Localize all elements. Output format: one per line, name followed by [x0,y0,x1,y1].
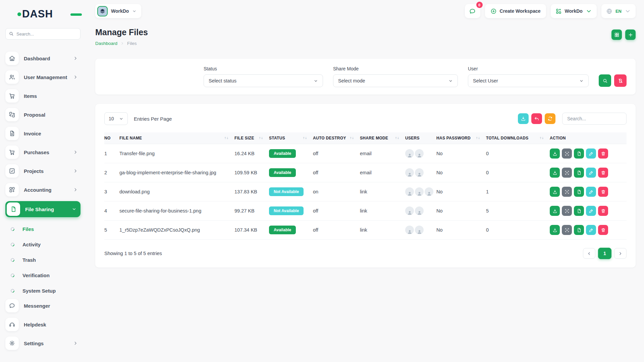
sidebar-item-accounting[interactable]: Accounting [5,182,80,197]
grid-view-button[interactable] [611,29,622,40]
sidebar-subitem-trash[interactable]: Trash [5,252,80,267]
sort-icon[interactable]: ↑↓ [539,136,544,140]
status-select[interactable]: Select status [204,74,323,87]
preview-qr-button[interactable] [562,148,572,159]
sort-icon[interactable]: ↑↓ [259,136,263,140]
chevron-down-icon [625,8,631,14]
page-1-button[interactable]: 1 [598,248,611,259]
topbar-actions: 0 Create Workspace WorkDo EN [465,4,636,18]
delete-file-button[interactable] [598,206,608,216]
edit-file-button[interactable] [586,206,596,216]
messages-button[interactable]: 0 [465,4,480,18]
file-detail-button[interactable] [574,187,584,197]
chevron-left-icon [587,251,591,256]
sidebar-item-helpdesk[interactable]: Helpdesk [5,317,80,332]
delete-file-button[interactable] [598,148,608,159]
file-detail-button[interactable] [574,225,584,235]
table-row: 2 ga-blog-implement-enterprise-file-shar… [104,163,627,182]
files-table: NO FILE NAME ↑↓ FILE SIZE ↑↓ STATUS ↑↓ A… [104,132,627,240]
user-avatar [415,206,424,215]
next-page-button[interactable] [614,248,627,259]
table-search-input[interactable] [562,113,627,125]
sidebar-subitem-system-setup[interactable]: System Setup [5,283,80,298]
sort-icon[interactable]: ↑↓ [350,136,354,140]
workspace-switcher-button[interactable]: WorkDo [95,4,141,18]
workdo-apps-button[interactable]: WorkDo [551,4,597,18]
column-header-has-password: HAS PASSWORD [436,136,471,140]
sort-icon[interactable]: ↑↓ [476,136,480,140]
download-file-button[interactable] [550,225,560,235]
sort-icon[interactable]: ↑↓ [395,136,399,140]
download-icon [552,208,557,214]
preview-qr-button[interactable] [562,206,572,216]
sidebar-item-items[interactable]: Items [5,88,80,103]
edit-file-button[interactable] [586,187,596,197]
cell-file-size: 137.83 KB [234,182,269,201]
cell-file-size: 109.59 KB [234,163,269,182]
breadcrumb-dashboard-link[interactable]: Dashboard [95,41,117,46]
edit-file-button[interactable] [586,168,596,178]
download-file-button[interactable] [550,148,560,159]
proposal-icon [5,108,19,121]
cell-actions [550,163,627,182]
sidebar-item-settings[interactable]: Settings [5,336,80,351]
download-file-button[interactable] [550,206,560,216]
preview-qr-button[interactable] [562,225,572,235]
sidebar-search-input[interactable] [5,28,80,40]
gear-icon [9,340,15,347]
sidebar-item-invoice[interactable]: Invoice [5,126,80,141]
person-icon [417,172,422,177]
sidebar-subitem-files[interactable]: Files [5,221,80,237]
delete-file-button[interactable] [598,225,608,235]
sidebar-item-messenger[interactable]: Messenger [5,298,80,313]
delete-file-button[interactable] [598,187,608,197]
add-file-button[interactable] [625,29,636,40]
trash-icon [601,151,606,156]
preview-qr-button[interactable] [562,168,572,178]
cart-icon [5,89,19,103]
export-button[interactable] [518,113,529,124]
user-select[interactable]: Select User [468,74,589,87]
entries-per-page-select[interactable]: 10 [104,112,128,125]
sidebar-item-purchases[interactable]: Purchases [5,145,80,160]
sidebar-subitem-activity[interactable]: Activity [5,237,80,252]
previous-page-button[interactable] [583,248,595,259]
person-icon [407,153,412,158]
sidebar-item-label: User Management [24,74,73,80]
download-file-button[interactable] [550,187,560,197]
apply-filter-button[interactable] [599,74,611,87]
download-file-button[interactable] [550,168,560,178]
edit-file-button[interactable] [586,225,596,235]
logo-text: DASH [22,8,53,20]
sidebar-item-user-management[interactable]: User Management [5,70,80,84]
sidebar-item-dashboard[interactable]: Dashboard [5,51,80,66]
cell-status: Not Available [269,182,313,201]
person-icon [417,153,422,158]
sort-icon[interactable]: ↑↓ [224,136,228,140]
sidebar-subitem-verification[interactable]: Verification [5,267,80,283]
undo-button[interactable] [531,113,542,124]
trash-icon [601,170,606,175]
language-selector[interactable]: EN [601,4,636,18]
refresh-button[interactable] [545,113,555,124]
delete-file-button[interactable] [598,168,608,178]
sidebar-item-proposal[interactable]: Proposal [5,107,80,122]
edit-file-button[interactable] [586,148,596,159]
sort-icon[interactable]: ↑↓ [303,136,307,140]
sidebar-item-projects[interactable]: Projects [5,164,80,178]
user-avatar [415,149,424,158]
home-icon [9,55,15,62]
brand-logo[interactable]: DASH [17,7,80,21]
sidebar-item-label: Messenger [24,303,80,309]
sidebar-item-file-sharing[interactable]: File Sharing [5,201,80,217]
file-detail-button[interactable] [574,148,584,159]
create-workspace-button[interactable]: Create Workspace [485,4,546,18]
cell-users [405,163,436,182]
file-detail-button[interactable] [574,168,584,178]
cell-has-password: No [436,163,486,182]
preview-qr-button[interactable] [562,187,572,197]
file-detail-button[interactable] [574,206,584,216]
clear-filter-button[interactable] [614,74,627,87]
share-mode-select[interactable]: Select mode [333,74,458,87]
sidebar-subitem-label: Verification [22,273,50,278]
